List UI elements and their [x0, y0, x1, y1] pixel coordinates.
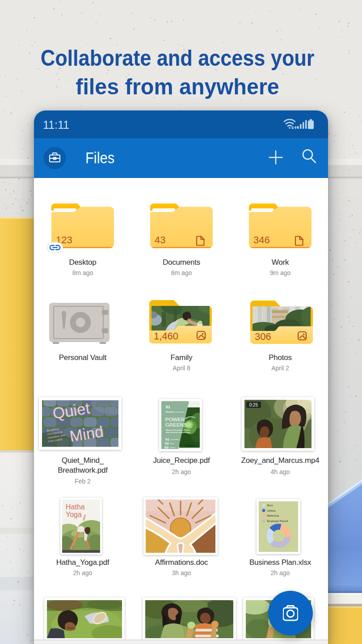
svg-text:Utilities: Utilities: [267, 509, 276, 512]
svg-text:Employee Payroll: Employee Payroll: [267, 520, 288, 522]
svg-text:Hatha: Hatha: [66, 503, 85, 511]
svg-text:Lemon: Lemon: [170, 446, 175, 449]
svg-text:Breakfast: Breakfast: [166, 411, 175, 413]
svg-text:02: 02: [165, 441, 169, 445]
svg-text:0:25: 0:25: [249, 402, 258, 407]
svg-text:vital minerals and nutrients.: vital minerals and nutrients.: [166, 431, 191, 433]
svg-text:43: 43: [155, 234, 165, 246]
svg-text:Yoga: Yoga: [66, 511, 82, 518]
svg-text:Kale: Kale: [170, 442, 174, 445]
svg-text:Marketing: Marketing: [267, 514, 279, 517]
svg-text:POWER: POWER: [165, 417, 185, 422]
svg-text:03: 03: [164, 445, 168, 449]
svg-text:346: 346: [253, 234, 270, 246]
svg-text:01: 01: [166, 405, 170, 409]
svg-text:306: 306: [255, 331, 271, 342]
svg-text:Cucumber: Cucumber: [171, 438, 179, 441]
svg-text:01: 01: [165, 437, 169, 441]
svg-text:GREENS: GREENS: [165, 422, 187, 428]
svg-text:Rent: Rent: [267, 504, 273, 507]
svg-text:1,460: 1,460: [154, 330, 178, 342]
